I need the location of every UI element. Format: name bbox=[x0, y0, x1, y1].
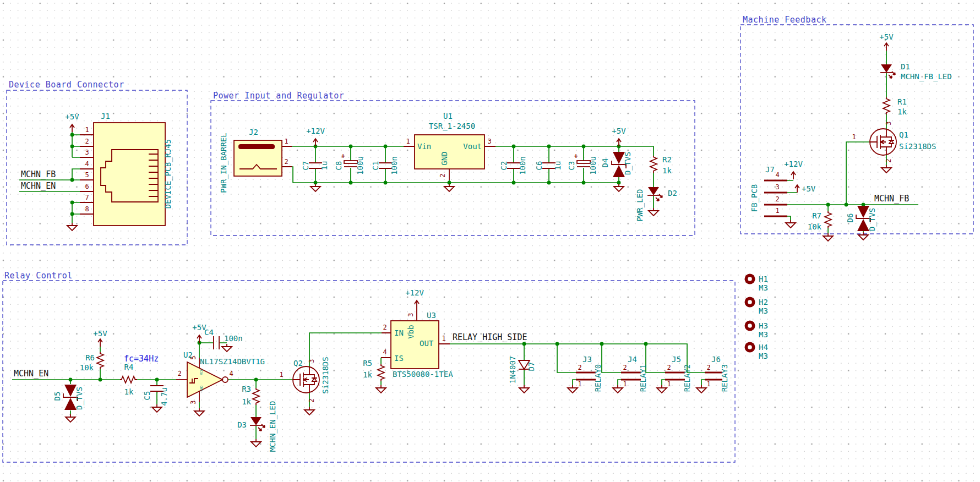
value-h3: M3 bbox=[759, 330, 768, 339]
pin-name-vout: Vout bbox=[463, 142, 482, 151]
pin-number: 4 bbox=[775, 171, 779, 179]
value-c7: 1u bbox=[320, 161, 329, 171]
pin-name-out: OUT bbox=[420, 339, 434, 348]
ref-u1: U1 bbox=[443, 112, 453, 121]
barrel-sleeve-icon bbox=[238, 144, 275, 149]
ref-r2: R2 bbox=[662, 155, 672, 164]
section-title: Power Input and Regulator bbox=[213, 91, 344, 101]
ref-j1: J1 bbox=[101, 112, 110, 121]
net-label-mchn-en-2[interactable]: MCHN_EN bbox=[14, 369, 48, 379]
pin-number: 3 bbox=[407, 313, 415, 316]
pin-number: 5 bbox=[189, 355, 197, 359]
value-h1: M3 bbox=[759, 283, 768, 292]
ref-j4: J4 bbox=[628, 355, 637, 364]
pin-number: 4 bbox=[85, 160, 89, 168]
ref-d2: D2 bbox=[668, 189, 677, 198]
ref-h1: H1 bbox=[759, 275, 768, 283]
ref-r5: R5 bbox=[363, 359, 372, 368]
pin-name-vcc: VCC bbox=[199, 369, 203, 375]
pin-number: 1 bbox=[284, 138, 288, 145]
pin-name-gnd: GND bbox=[440, 151, 449, 165]
power-label: +5V bbox=[65, 112, 79, 121]
value-r1: 1k bbox=[897, 107, 907, 116]
power-label: +5V bbox=[879, 32, 894, 41]
pin-number: 3 bbox=[85, 149, 89, 156]
pin-number: 4 bbox=[383, 348, 386, 356]
pin-number: 2 bbox=[308, 398, 315, 402]
pin-number: 1 bbox=[706, 380, 710, 388]
pin-number: 3 bbox=[885, 121, 892, 125]
component-j1-rj45[interactable]: J1 DEVICE_PCB_RJ45 1 2 3 4 5 6 7 8 bbox=[80, 112, 173, 226]
pin-number: 1 bbox=[852, 133, 856, 141]
value-d4: D_TVS bbox=[623, 152, 633, 175]
pin-number: 3 bbox=[775, 183, 779, 191]
value-h2: M3 bbox=[759, 306, 768, 315]
ref-q1: Q1 bbox=[899, 130, 908, 139]
pin-number: 1 bbox=[667, 380, 671, 388]
ic-body bbox=[415, 135, 484, 169]
pin-number: 6 bbox=[85, 183, 89, 190]
connector-body bbox=[94, 123, 165, 226]
value-r2: 1k bbox=[662, 166, 672, 175]
ref-r7: R7 bbox=[812, 211, 821, 220]
pin-name-is: IS bbox=[394, 354, 404, 363]
ref-r1: R1 bbox=[897, 97, 907, 106]
value-c3: 100u bbox=[589, 156, 597, 175]
net-label-mchn-fb-2[interactable]: MCHN_FB bbox=[874, 194, 909, 204]
ref-r3: R3 bbox=[242, 385, 251, 393]
net-label-mchn-en[interactable]: MCHN_EN bbox=[21, 181, 56, 191]
section-title: Relay Control bbox=[4, 271, 73, 281]
pin-number: 2 bbox=[177, 370, 181, 377]
polarity-plus: + bbox=[574, 152, 578, 160]
value-j4: RELAY1 bbox=[639, 364, 647, 392]
pin-number: 1 bbox=[279, 371, 283, 379]
value-c1: 100n bbox=[390, 156, 399, 175]
pin-number: 1 bbox=[85, 126, 89, 134]
ref-j3: J3 bbox=[582, 355, 592, 364]
ref-c1: C1 bbox=[371, 161, 380, 171]
ref-u3: U3 bbox=[427, 311, 436, 320]
ref-c7: C7 bbox=[301, 161, 310, 171]
ref-h4: H4 bbox=[759, 343, 768, 352]
pin-number: 8 bbox=[85, 205, 89, 213]
ref-c8: C8 bbox=[334, 161, 343, 171]
value-r3: 1k bbox=[242, 397, 251, 406]
value-u2: NL17SZ14DBVT1G bbox=[200, 357, 265, 366]
value-j2: PWR_IN_BARREL bbox=[219, 133, 228, 193]
pin-number: 2 bbox=[706, 364, 710, 371]
value-d6: D_TVS bbox=[868, 208, 877, 231]
value-c6: 1u bbox=[553, 161, 562, 171]
pin-number: 1 bbox=[775, 207, 779, 215]
value-r6: 10k bbox=[80, 363, 94, 372]
ref-h3: H3 bbox=[759, 321, 768, 330]
value-r4: 1k bbox=[124, 387, 134, 396]
ref-c6: C6 bbox=[535, 161, 543, 171]
value-d5: D_TVS bbox=[75, 387, 84, 410]
pin-number: 3 bbox=[308, 359, 315, 363]
value-d1: MCHN_FB_LED bbox=[901, 72, 952, 81]
pin-number: 2 bbox=[284, 158, 288, 166]
schematic-canvas[interactable]: Device Board Connector Power Input and R… bbox=[0, 0, 980, 482]
mounting-hole-icon bbox=[745, 297, 755, 308]
net-label-mchn-fb[interactable]: MCHN_FB bbox=[21, 169, 56, 179]
ref-c2: C2 bbox=[499, 161, 508, 171]
net-label-relay-high-side[interactable]: RELAY_HIGH_SIDE bbox=[453, 332, 527, 342]
power-label: +5V bbox=[612, 127, 626, 135]
value-j5: RELAY2 bbox=[683, 364, 692, 392]
value-d3: MCHN_EN_LED bbox=[268, 401, 277, 452]
ref-j6: J6 bbox=[711, 355, 721, 364]
value-q2: Si2318DS bbox=[321, 357, 330, 393]
value-c5: 4.7u bbox=[160, 387, 168, 406]
pin-number: 2 bbox=[578, 364, 581, 371]
value-c8: 100u bbox=[356, 156, 364, 175]
pin-number: 3 bbox=[487, 138, 491, 145]
pin-number: 2 bbox=[885, 158, 892, 162]
pin-number: 1 bbox=[442, 335, 445, 342]
ref-d5: D5 bbox=[53, 392, 62, 401]
ref-c4: C4 bbox=[204, 328, 214, 337]
pin-number: 1 bbox=[578, 380, 581, 388]
schematic-sheet[interactable]: Device Board Connector Power Input and R… bbox=[0, 0, 980, 482]
section-title: Device Board Connector bbox=[9, 80, 124, 90]
polarity-plus: + bbox=[341, 152, 345, 160]
mounting-hole-icon bbox=[745, 274, 755, 284]
